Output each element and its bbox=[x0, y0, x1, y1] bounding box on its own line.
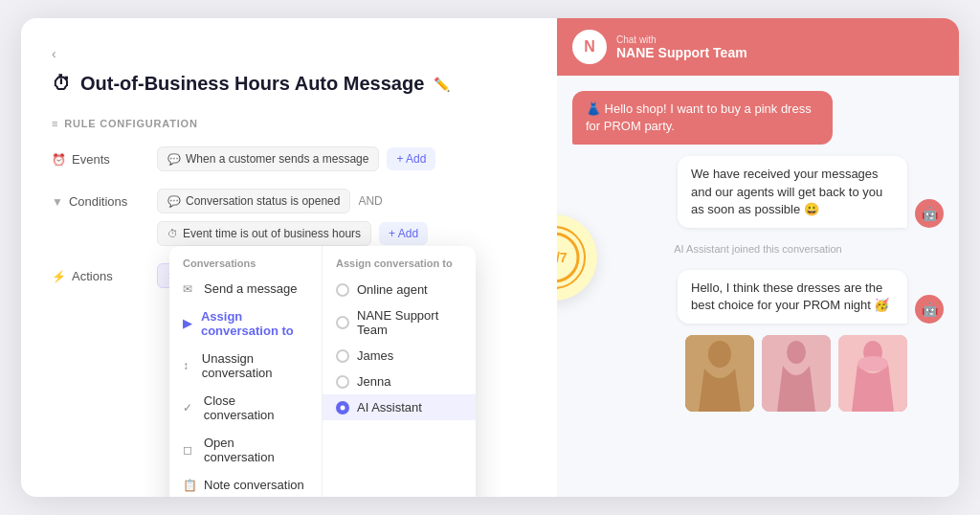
actions-label: ⚡ Actions bbox=[52, 263, 157, 283]
chat-with-label: Chat with bbox=[616, 34, 747, 45]
and-label: AND bbox=[358, 194, 382, 208]
dropdown-left: Conversations ✉ Send a message ▶ Assign … bbox=[169, 246, 323, 497]
dress-image-2 bbox=[762, 335, 831, 412]
bot-bubble-2: Hello, I think these dresses are the bes… bbox=[678, 270, 907, 324]
chat-avatar: N bbox=[572, 30, 607, 64]
events-content: 💬 When a customer sends a message + Add bbox=[157, 146, 526, 171]
events-icon: ⏰ bbox=[52, 153, 66, 167]
svg-point-9 bbox=[858, 356, 888, 371]
open-icon: ◻ bbox=[183, 443, 196, 457]
conversation-icon: 💬 bbox=[167, 195, 181, 208]
bot-avatar-1: 🤖 bbox=[915, 199, 944, 228]
option-online-agent[interactable]: Online agent bbox=[323, 277, 476, 302]
option-james[interactable]: James bbox=[323, 343, 476, 369]
radio-ai-assistant bbox=[336, 401, 349, 414]
option-jenna[interactable]: Jenna bbox=[323, 369, 476, 394]
dropdown-overlay: Conversations ✉ Send a message ▶ Assign … bbox=[169, 246, 476, 497]
chat-body: 👗 Hello shop! I want to buy a pink dress… bbox=[557, 76, 959, 497]
system-message: AI Assistant joined this conversation bbox=[572, 243, 944, 255]
unassign-icon: ↕ bbox=[183, 359, 194, 372]
dress-image-1 bbox=[685, 335, 754, 412]
back-button[interactable]: ‹ bbox=[52, 46, 56, 61]
send-icon: ✉ bbox=[183, 282, 196, 296]
radio-james bbox=[336, 349, 349, 363]
assign-to-label: Assign conversation to bbox=[323, 258, 476, 277]
option-nane-support[interactable]: NANE Support Team bbox=[323, 302, 476, 343]
page-title: ⏱ Out-of-Business Hours Auto Message ✏️ bbox=[52, 73, 526, 95]
time-icon: ⏱ bbox=[167, 228, 178, 239]
dropdown-send-message[interactable]: ✉ Send a message bbox=[169, 275, 322, 302]
chat-header: N Chat with NANE Support Team bbox=[557, 18, 959, 76]
right-panel: 24/7 N Chat with NANE Support Team 👗 Hel… bbox=[557, 18, 959, 497]
event-chip[interactable]: 💬 When a customer sends a message bbox=[157, 146, 379, 171]
radio-nane-support bbox=[336, 316, 349, 329]
events-add-button[interactable]: + Add bbox=[387, 147, 435, 170]
chat-icon: 💬 bbox=[167, 153, 181, 166]
actions-icon: ⚡ bbox=[52, 270, 66, 283]
conditions-row: ▼ Conditions 💬 Conversation status is op… bbox=[52, 189, 526, 246]
dropdown-open-conversation[interactable]: ◻ Open conversation bbox=[169, 429, 322, 471]
chat-header-info: Chat with NANE Support Team bbox=[616, 34, 747, 60]
customer-message-1: 👗 Hello shop! I want to buy a pink dress… bbox=[572, 91, 833, 145]
note-icon: 📋 bbox=[183, 479, 196, 492]
rule-config-icon: ≡ bbox=[52, 118, 58, 129]
bot-avatar-2: 🤖 bbox=[915, 295, 944, 324]
conditions-add-button[interactable]: + Add bbox=[379, 222, 428, 245]
events-label: ⏰ Events bbox=[52, 146, 157, 167]
dropdown-inner: Conversations ✉ Send a message ▶ Assign … bbox=[169, 246, 476, 497]
chat-team-name: NANE Support Team bbox=[616, 45, 747, 60]
conditions-icon: ▼ bbox=[52, 195, 63, 209]
section-label: ≡ RULE CONFIGURATION bbox=[52, 118, 526, 129]
svg-point-4 bbox=[708, 341, 731, 368]
conditions-content: 💬 Conversation status is opened AND ⏱ Ev… bbox=[157, 189, 526, 246]
dress-image-3 bbox=[838, 335, 907, 412]
condition-chip-1[interactable]: 💬 Conversation status is opened bbox=[157, 189, 350, 213]
dropdown-right: Assign conversation to Online agent NANE… bbox=[323, 246, 476, 497]
edit-icon[interactable]: ✏️ bbox=[434, 77, 450, 92]
dropdown-assign-conversation[interactable]: ▶ Assign conversation to bbox=[169, 302, 322, 345]
timer-icon: ⏱ bbox=[52, 73, 71, 95]
svg-point-6 bbox=[787, 341, 806, 364]
radio-jenna bbox=[336, 375, 349, 389]
left-panel: ‹ ⏱ Out-of-Business Hours Auto Message ✏… bbox=[21, 18, 557, 497]
radio-online-agent bbox=[336, 283, 349, 297]
events-row: ⏰ Events 💬 When a customer sends a messa… bbox=[52, 146, 526, 171]
assign-dropdown-icon: ▶ bbox=[183, 317, 193, 330]
conversations-label: Conversations bbox=[169, 258, 322, 275]
check-icon: ✓ bbox=[183, 401, 196, 414]
bot-message-2: Hello, I think these dresses are the bes… bbox=[678, 270, 944, 324]
dropdown-close-conversation[interactable]: ✓ Close conversation bbox=[169, 387, 322, 429]
image-row bbox=[685, 335, 907, 412]
conversations-section: Conversations ✉ Send a message ▶ Assign … bbox=[169, 246, 322, 497]
main-container: ‹ ⏱ Out-of-Business Hours Auto Message ✏… bbox=[21, 18, 959, 497]
bot-message-1: We have received your messages and our a… bbox=[678, 156, 944, 228]
dropdown-unassign-conversation[interactable]: ↕ Unassign conversation bbox=[169, 345, 322, 387]
svg-text:24/7: 24/7 bbox=[557, 250, 568, 265]
condition-chip-2[interactable]: ⏱ Event time is out of business hours bbox=[157, 221, 371, 246]
bot-bubble-1: We have received your messages and our a… bbox=[678, 156, 907, 228]
option-ai-assistant[interactable]: AI Assistant bbox=[323, 394, 476, 420]
dropdown-note-conversation[interactable]: 📋 Note conversation bbox=[169, 471, 322, 497]
conditions-label: ▼ Conditions bbox=[52, 189, 157, 209]
